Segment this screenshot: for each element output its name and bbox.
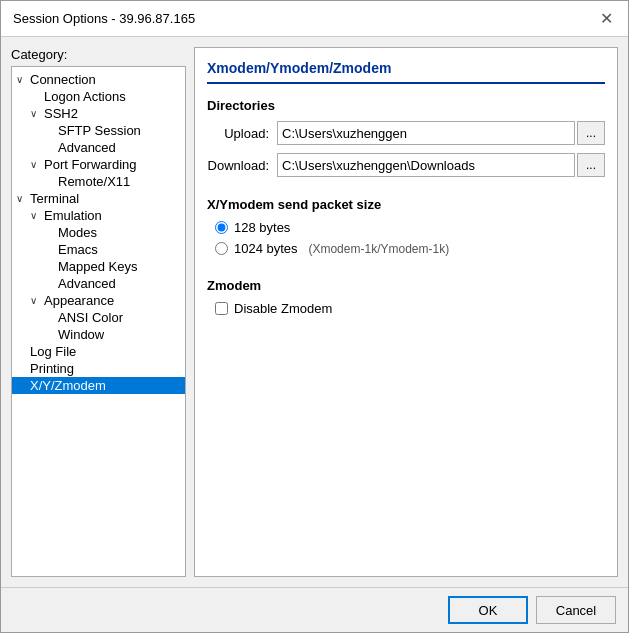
tree-label-xy-zmodem: X/Y/Zmodem [30,378,106,393]
tree-item-ansi-color[interactable]: ANSI Color [12,309,185,326]
radio-128-bytes[interactable] [215,221,228,234]
zmodem-section-label: Zmodem [207,278,605,293]
expander-ssh2: ∨ [30,108,44,119]
tree-label-advanced-ssh2: Advanced [58,140,116,155]
download-row: Download: ... [207,153,605,177]
tree-label-terminal: Terminal [30,191,79,206]
tree-item-modes[interactable]: Modes [12,224,185,241]
close-button[interactable]: ✕ [596,9,616,29]
upload-row: Upload: ... [207,121,605,145]
tree-label-remote-x11: Remote/X11 [58,174,130,189]
content-title: Xmodem/Ymodem/Zmodem [207,60,605,84]
tree-item-emulation[interactable]: ∨ Emulation [12,207,185,224]
download-browse-button[interactable]: ... [577,153,605,177]
expander-port-forwarding: ∨ [30,159,44,170]
tree-item-appearance[interactable]: ∨ Appearance [12,292,185,309]
radio-1024-bytes[interactable] [215,242,228,255]
tree-label-ssh2: SSH2 [44,106,78,121]
radio-1024-note: (Xmodem-1k/Ymodem-1k) [308,242,449,256]
download-input[interactable] [277,153,575,177]
tree-label-advanced-terminal: Advanced [58,276,116,291]
title-bar: Session Options - 39.96.87.165 ✕ [1,1,628,37]
tree-label-emulation: Emulation [44,208,102,223]
upload-input[interactable] [277,121,575,145]
zmodem-section: Zmodem Disable Zmodem [207,278,605,316]
tree-item-ssh2[interactable]: ∨ SSH2 [12,105,185,122]
dialog-body: Category: ∨ Connection Logon Actions ∨ S… [1,37,628,587]
tree-item-logon-actions[interactable]: Logon Actions [12,88,185,105]
ok-button[interactable]: OK [448,596,528,624]
download-label: Download: [207,158,277,173]
tree-label-sftp-session: SFTP Session [58,123,141,138]
cancel-button[interactable]: Cancel [536,596,616,624]
upload-label: Upload: [207,126,277,141]
expander-connection: ∨ [16,74,30,85]
radio-128-row: 128 bytes [215,220,605,235]
tree-label-emacs: Emacs [58,242,98,257]
disable-zmodem-label[interactable]: Disable Zmodem [234,301,332,316]
dialog-title: Session Options - 39.96.87.165 [13,11,195,26]
tree-item-terminal[interactable]: ∨ Terminal [12,190,185,207]
tree-label-appearance: Appearance [44,293,114,308]
tree-item-advanced-terminal[interactable]: Advanced [12,275,185,292]
tree-item-window[interactable]: Window [12,326,185,343]
content-panel: Xmodem/Ymodem/Zmodem Directories Upload:… [194,47,618,577]
tree-item-remote-x11[interactable]: Remote/X11 [12,173,185,190]
tree-label-log-file: Log File [30,344,76,359]
expander-appearance: ∨ [30,295,44,306]
tree-label-connection: Connection [30,72,96,87]
session-options-dialog: Session Options - 39.96.87.165 ✕ Categor… [0,0,629,633]
tree-item-mapped-keys[interactable]: Mapped Keys [12,258,185,275]
dialog-footer: OK Cancel [1,587,628,632]
radio-1024-row: 1024 bytes (Xmodem-1k/Ymodem-1k) [215,241,605,256]
tree-item-printing[interactable]: Printing [12,360,185,377]
packet-size-section: X/Ymodem send packet size 128 bytes 1024… [207,197,605,256]
tree-label-port-forwarding: Port Forwarding [44,157,136,172]
upload-browse-button[interactable]: ... [577,121,605,145]
expander-terminal: ∨ [16,193,30,204]
tree-item-sftp-session[interactable]: SFTP Session [12,122,185,139]
radio-1024-label[interactable]: 1024 bytes (Xmodem-1k/Ymodem-1k) [234,241,449,256]
tree-label-logon-actions: Logon Actions [44,89,126,104]
directories-section-label: Directories [207,98,605,113]
tree-item-port-forwarding[interactable]: ∨ Port Forwarding [12,156,185,173]
tree-item-xy-zmodem[interactable]: X/Y/Zmodem [12,377,185,394]
disable-zmodem-checkbox[interactable] [215,302,228,315]
category-tree: ∨ Connection Logon Actions ∨ SSH2 SFTP S… [11,66,186,577]
tree-label-mapped-keys: Mapped Keys [58,259,138,274]
tree-item-connection[interactable]: ∨ Connection [12,71,185,88]
radio-128-label[interactable]: 128 bytes [234,220,290,235]
expander-emulation: ∨ [30,210,44,221]
category-label: Category: [11,47,186,62]
category-panel: Category: ∨ Connection Logon Actions ∨ S… [11,47,186,577]
tree-item-emacs[interactable]: Emacs [12,241,185,258]
disable-zmodem-row: Disable Zmodem [207,301,605,316]
tree-label-modes: Modes [58,225,97,240]
tree-item-advanced-ssh2[interactable]: Advanced [12,139,185,156]
packet-size-radio-group: 128 bytes 1024 bytes (Xmodem-1k/Ymodem-1… [207,220,605,256]
tree-item-log-file[interactable]: Log File [12,343,185,360]
packet-size-label: X/Ymodem send packet size [207,197,605,212]
tree-label-window: Window [58,327,104,342]
tree-label-ansi-color: ANSI Color [58,310,123,325]
tree-label-printing: Printing [30,361,74,376]
